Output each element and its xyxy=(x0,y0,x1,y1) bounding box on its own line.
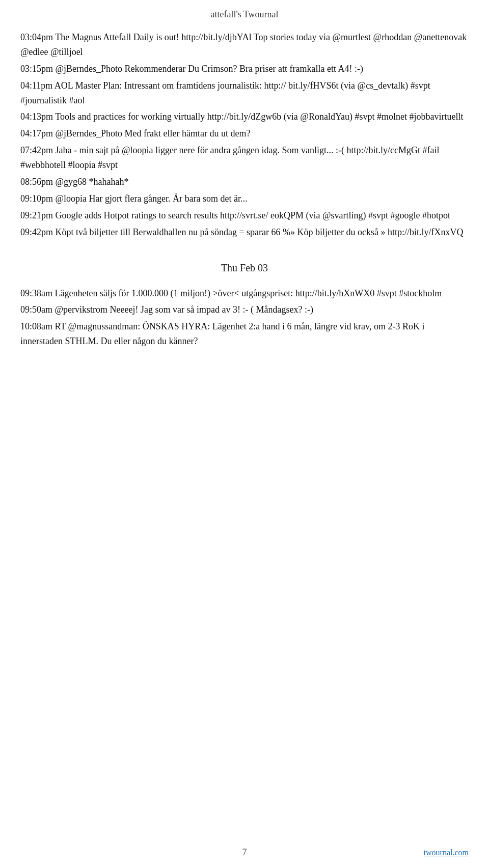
tweet-text: 03:04pm The Magnus Attefall Daily is out… xyxy=(20,32,467,57)
tweet-3: 04:11pm AOL Master Plan: Intressant om f… xyxy=(20,78,469,108)
content-area: 03:04pm The Magnus Attefall Daily is out… xyxy=(0,25,489,391)
page-footer: 7 twournal.com xyxy=(0,847,489,858)
tweet-text: 04:11pm AOL Master Plan: Intressant om f… xyxy=(20,80,430,105)
tweet-text: 09:42pm Köpt två biljetter till Berwaldh… xyxy=(20,227,464,237)
date-separator: Thu Feb 03 xyxy=(20,260,469,276)
tweet-1: 03:04pm The Magnus Attefall Daily is out… xyxy=(20,30,469,60)
tweet-4: 04:13pm Tools and practices for working … xyxy=(20,109,469,124)
tweet-text: 03:15pm @jBerndes_Photo Rekommenderar Du… xyxy=(20,64,363,74)
page-number: 7 xyxy=(0,847,489,858)
tweet-text: 04:17pm @jBerndes_Photo Med frakt eller … xyxy=(20,128,250,138)
tweet-text: 09:10pm @loopia Har gjort flera gånger. … xyxy=(20,193,247,204)
tweet-2: 03:15pm @jBerndes_Photo Rekommenderar Du… xyxy=(20,62,469,76)
tweet-text: 09:21pm Google adds Hotpot ratings to se… xyxy=(20,210,450,220)
tweet-12: 09:50am @pervikstrom Neeeej! Jag som var… xyxy=(20,302,469,317)
tweet-7: 08:56pm @gyg68 *hahahah* xyxy=(20,175,469,189)
tweet-13: 10:08am RT @magnussandman: ÖNSKAS HYRA: … xyxy=(20,319,469,349)
tweet-text: 04:13pm Tools and practices for working … xyxy=(20,111,464,122)
footer-link[interactable]: twournal.com xyxy=(424,848,469,857)
tweet-text: 07:42pm Jaha - min sajt på @loopia ligge… xyxy=(20,145,439,170)
tweet-6: 07:42pm Jaha - min sajt på @loopia ligge… xyxy=(20,143,469,173)
tweet-10: 09:42pm Köpt två biljetter till Berwaldh… xyxy=(20,225,469,240)
tweet-5: 04:17pm @jBerndes_Photo Med frakt eller … xyxy=(20,126,469,141)
tweet-8: 09:10pm @loopia Har gjort flera gånger. … xyxy=(20,191,469,206)
tweet-text: 10:08am RT @magnussandman: ÖNSKAS HYRA: … xyxy=(20,321,424,346)
tweet-text: 09:50am @pervikstrom Neeeej! Jag som var… xyxy=(20,304,313,315)
page-title: attefall's Twournal xyxy=(0,0,489,25)
tweet-text: 09:38am Lägenheten säljs för 1.000.000 (… xyxy=(20,288,442,298)
tweet-11: 09:38am Lägenheten säljs för 1.000.000 (… xyxy=(20,286,469,301)
tweet-9: 09:21pm Google adds Hotpot ratings to se… xyxy=(20,208,469,223)
tweet-text: 08:56pm @gyg68 *hahahah* xyxy=(20,177,129,187)
